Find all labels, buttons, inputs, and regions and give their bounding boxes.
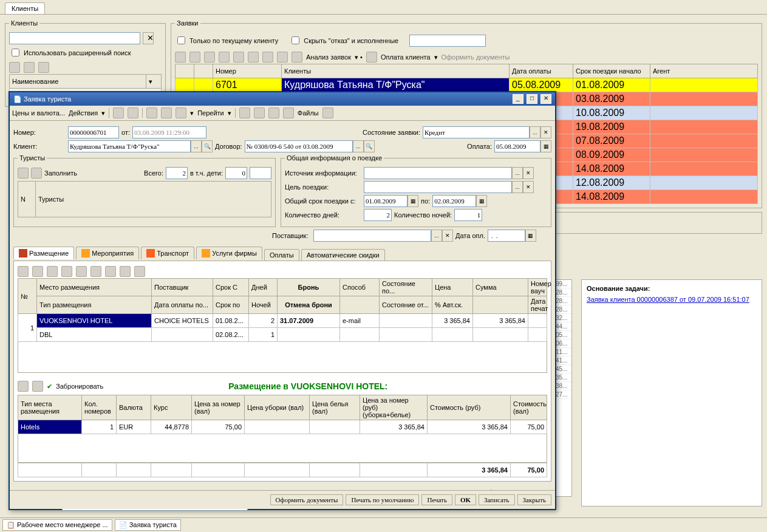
extra-input[interactable] [250, 167, 271, 179]
col-sum[interactable]: Сумма [473, 279, 528, 296]
supplier-input[interactable] [313, 230, 431, 242]
task-link[interactable]: Заявка клиента 00000006387 от 09.07.2009… [587, 296, 757, 303]
goto-button[interactable]: Перейти [197, 109, 224, 117]
src-clear-button[interactable]: ✕ [523, 167, 534, 179]
contract-select-button[interactable]: ... [353, 140, 364, 152]
goal-input[interactable] [364, 181, 512, 193]
state-clear-button[interactable]: ✕ [540, 126, 551, 138]
col-from[interactable]: Срок С [213, 279, 249, 296]
prices-button[interactable]: Цены и валюта... [12, 109, 65, 117]
col-to[interactable]: Срок по [213, 296, 249, 314]
del-tourist-icon[interactable] [31, 168, 42, 179]
col-pcurr[interactable]: Валюта [117, 395, 151, 420]
pricing-row[interactable]: Hotels 1 EUR 44,8778 75,00 3 365,84 3 36… [18, 420, 547, 434]
accom-del-icon[interactable] [32, 266, 43, 277]
src-select-button[interactable]: ... [512, 167, 523, 179]
accom-add-icon[interactable] [18, 266, 29, 277]
nav-first-icon[interactable] [113, 107, 124, 118]
book-button[interactable]: Забронировать [56, 383, 103, 390]
edit-icon[interactable] [24, 62, 35, 73]
close-button[interactable]: Закрыть [517, 494, 551, 505]
col-tourists[interactable]: Туристы [36, 182, 271, 217]
taskbar-item-request[interactable]: 📄 Заявка туриста [115, 519, 181, 531]
total-input[interactable] [166, 167, 188, 179]
state-input[interactable] [423, 126, 530, 138]
col-prooms[interactable]: Кол. номеров [82, 395, 117, 420]
tb-icon-3[interactable] [176, 107, 186, 118]
docs-button[interactable]: Оформить документы [441, 53, 510, 61]
add2-icon[interactable] [189, 52, 200, 63]
col-pclean[interactable]: Цена уборки (вал) [245, 395, 310, 420]
files-button[interactable]: Файлы [298, 109, 319, 117]
money-icon[interactable] [366, 52, 377, 63]
pay-cal-button[interactable]: ▦ [540, 140, 551, 152]
analyze-button[interactable]: Анализ заявок [306, 53, 351, 61]
only-current-checkbox[interactable]: Только по текущему клиенту [175, 35, 278, 46]
goal-clear-button[interactable]: ✕ [523, 181, 534, 193]
fill-button[interactable]: Заполнить [44, 169, 77, 177]
col-vnum[interactable]: Номер вауч [528, 279, 547, 296]
tb-icon-1[interactable] [146, 107, 157, 118]
col-ppprr[interactable]: Цена за номер (руб) (уборка+белье) [360, 395, 428, 420]
col-cancel[interactable]: Отмена брони [278, 296, 340, 314]
tb-icon-5[interactable] [268, 107, 279, 118]
accom-4-icon[interactable] [61, 266, 72, 277]
num-input[interactable] [68, 126, 119, 138]
taskbar-item-workspace[interactable]: 📋 Рабочее место менеджере ... [2, 519, 112, 531]
tb-icon-7[interactable] [322, 107, 333, 118]
accom-row-1[interactable]: 1 VUOKSENHOVI HOTEL CHOICE HOTELS 01.08.… [18, 314, 547, 328]
src-input[interactable] [364, 167, 512, 179]
pay-button[interactable]: Оплата клиента [381, 53, 431, 61]
col-printdate[interactable]: Дата печат [528, 296, 547, 314]
col-num[interactable]: Номер [213, 64, 282, 78]
edit-icon[interactable] [204, 52, 215, 63]
col-clients[interactable]: Клиенты [282, 64, 510, 78]
add-icon[interactable] [175, 52, 186, 63]
days-input[interactable] [364, 209, 392, 221]
col-pppr[interactable]: Цена за номер (вал) [192, 395, 245, 420]
refresh-icon[interactable] [233, 52, 244, 63]
print-default-button[interactable]: Печать по умолчанию [346, 494, 419, 505]
client-select-button[interactable]: ... [191, 140, 202, 152]
col-plinen[interactable]: Цена белья (вал) [310, 395, 360, 420]
tab-events[interactable]: Мероприятия [76, 247, 139, 259]
tab-transport[interactable]: Транспорт [141, 247, 194, 259]
tab-clients[interactable]: Клиенты [5, 2, 45, 14]
col-sup-paydate[interactable]: Дата оплаты по... [152, 296, 213, 314]
filter2-icon[interactable] [262, 52, 273, 63]
ok-button[interactable]: OK [455, 494, 476, 505]
hide-refuse-input[interactable] [291, 36, 299, 44]
accom-up-icon[interactable] [90, 266, 101, 277]
period-to-input[interactable] [432, 195, 476, 207]
filter-icon[interactable] [248, 52, 259, 63]
add-icon[interactable] [9, 62, 20, 73]
contract-search-button[interactable]: 🔍 [364, 140, 375, 152]
maximize-button[interactable]: □ [527, 94, 537, 104]
col-name[interactable]: Наименование [10, 75, 146, 89]
col-book[interactable]: Бронь [278, 279, 340, 296]
dialog-titlebar[interactable]: 📄 Заявка туриста _ □ ✕ [10, 92, 555, 106]
nav-prev-icon[interactable] [128, 107, 138, 118]
clients-search-clear-button[interactable]: ✕ [143, 32, 154, 44]
accom-8-icon[interactable] [120, 266, 131, 277]
tab-discounts[interactable]: Автоматические скидки [301, 249, 385, 261]
col-agent[interactable]: Агент [650, 64, 758, 78]
book-add-icon[interactable] [18, 381, 29, 392]
tourists-grid[interactable]: NТуристы [18, 181, 271, 217]
period-from-input[interactable] [364, 195, 407, 207]
delete-icon[interactable] [38, 62, 49, 73]
accom-5-icon[interactable] [76, 266, 87, 277]
help-icon[interactable] [239, 107, 250, 118]
nights-input[interactable] [454, 209, 482, 221]
col-scroll[interactable]: ▾ [146, 75, 162, 89]
pay-input[interactable] [494, 140, 540, 152]
tab-accommodation[interactable]: Размещение [13, 247, 74, 259]
col-ptype[interactable]: Тип места размещения [18, 395, 82, 420]
extended-search-checkbox[interactable]: Использовать расширенный поиск [9, 47, 162, 58]
paydate-cal[interactable]: ▦ [525, 230, 536, 242]
col-days[interactable]: Дней [249, 279, 278, 296]
client-search-button[interactable]: 🔍 [202, 140, 213, 152]
accom-9-icon[interactable] [134, 266, 145, 277]
print-button[interactable]: Печать [421, 494, 452, 505]
delete-icon[interactable] [219, 52, 230, 63]
